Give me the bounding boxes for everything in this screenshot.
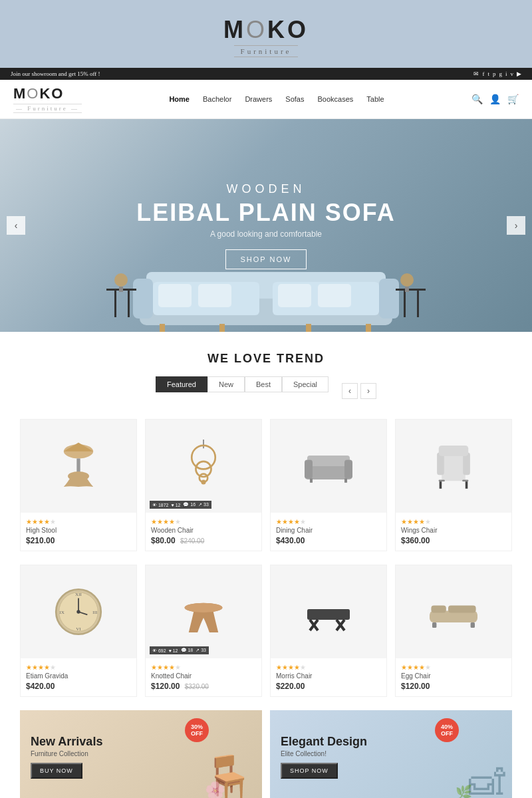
promo-subtitle: Furniture Collection — [31, 750, 102, 757]
svg-rect-13 — [318, 284, 351, 307]
tab-new[interactable]: New — [207, 376, 245, 392]
tab-next-button[interactable]: › — [360, 383, 376, 399]
svg-rect-45 — [440, 481, 442, 489]
svg-text:VI: VI — [76, 626, 81, 632]
product-price: $220.00 — [276, 682, 381, 691]
nav-table[interactable]: Table — [366, 95, 384, 103]
svg-rect-66 — [432, 622, 436, 628]
hero-cta-button[interactable]: SHOP NOW — [225, 249, 307, 269]
svg-rect-4 — [133, 279, 153, 319]
product-image-etiam: XII III VI IX — [21, 565, 136, 658]
product-image-dining-chair — [271, 420, 386, 513]
product-rating: ★★★★★ — [276, 664, 381, 671]
product-card-dining-chair[interactable]: ★★★★★ Dining Chair $430.00 — [270, 419, 387, 551]
brand-logo: MOKO — [0, 16, 532, 44]
promo-sofa-decoration: 🛋 — [469, 761, 505, 798]
social-icons: ✉ f t p g i v ▶ — [473, 70, 521, 77]
svg-rect-10 — [158, 284, 192, 307]
facebook-icon[interactable]: f — [482, 70, 484, 77]
logo-title: MOKO — [13, 85, 82, 102]
svg-rect-43 — [439, 479, 445, 481]
product-name: Knotted Chair — [151, 672, 256, 680]
account-icon[interactable]: 👤 — [489, 94, 501, 105]
tabs-container: Featured New Best Special ‹ › — [20, 376, 512, 406]
tab-special[interactable]: Special — [282, 376, 329, 392]
header: MOKO — Furniture — Home Bachelor Drawers… — [0, 80, 532, 119]
clock-svg: XII III VI IX — [52, 585, 105, 638]
trend-section: WE LOVE TREND Featured New Best Special … — [0, 332, 532, 798]
promo-text-elegant: Elegant Design Elite Collection! SHOP NO… — [281, 735, 367, 779]
svg-point-20 — [114, 273, 128, 287]
nav-drawers[interactable]: Drawers — [245, 95, 272, 103]
svg-rect-65 — [448, 605, 476, 612]
product-tabs: Featured New Best Special — [156, 376, 329, 392]
product-card-high-stool[interactable]: ★★★★★ High Stool $210.00 — [20, 419, 137, 551]
product-image-knotted: 👁 692 ♥ 12 💬 18 ↗ 33 — [146, 565, 261, 658]
site-logo-header: MOKO Furniture — [0, 0, 532, 68]
nav-bookcases[interactable]: Bookcases — [317, 95, 353, 103]
product-card-wings-chair[interactable]: ★★★★★ Wings Chair $360.00 — [395, 419, 512, 551]
email-icon[interactable]: ✉ — [473, 70, 479, 77]
tab-best[interactable]: Best — [245, 376, 282, 392]
product-rating: ★★★★★ — [26, 518, 131, 525]
promo-cta-button[interactable]: SHOP NOW — [281, 763, 338, 779]
lamp-svg — [52, 440, 105, 493]
product-image-wings-chair — [396, 420, 511, 513]
svg-rect-42 — [439, 446, 468, 456]
instagram-icon[interactable]: i — [505, 70, 507, 77]
twitter-icon[interactable]: t — [487, 70, 489, 77]
cart-icon[interactable]: 🛒 — [507, 94, 519, 105]
svg-rect-58 — [307, 609, 350, 620]
svg-point-57 — [185, 603, 223, 612]
promo-subtitle: Elite Collection! — [281, 750, 367, 757]
pinterest-icon[interactable]: p — [493, 70, 496, 77]
logo-subtitle: — Furniture — — [13, 104, 82, 113]
svg-point-55 — [76, 610, 80, 613]
vimeo-icon[interactable]: v — [511, 70, 514, 77]
product-name: High Stool — [26, 527, 131, 534]
pendant-svg — [177, 440, 230, 493]
svg-rect-64 — [431, 605, 446, 612]
promo-title: Elegant Design — [281, 735, 367, 749]
svg-rect-34 — [307, 456, 350, 466]
product-rating: ★★★★★ — [151, 664, 256, 671]
svg-text:IX: IX — [59, 610, 65, 615]
trend-title: WE LOVE TREND — [20, 352, 512, 366]
hero-next-button[interactable]: › — [507, 216, 525, 235]
svg-rect-38 — [344, 478, 347, 482]
current-price: $80.00 — [151, 536, 176, 545]
svg-rect-8 — [306, 324, 311, 332]
promo-cta-button[interactable]: BUY NOW — [31, 763, 82, 779]
product-card-egg[interactable]: ★★★★★ Egg Chair $120.00 — [395, 565, 512, 697]
nav-sofas[interactable]: Sofas — [285, 95, 304, 103]
current-price: $120.00 — [151, 682, 180, 691]
gplus-icon[interactable]: g — [499, 70, 502, 77]
product-info-dining-chair: ★★★★★ Dining Chair $430.00 — [271, 513, 386, 551]
product-rating: ★★★★★ — [401, 518, 506, 525]
badge-comments: 💬 16 — [183, 502, 196, 507]
rss-icon[interactable]: ▶ — [517, 70, 521, 77]
badge-likes: ♥ 12 — [169, 648, 178, 653]
svg-rect-5 — [379, 279, 399, 319]
nav-home[interactable]: Home — [169, 95, 190, 103]
product-card-wooden-chair[interactable]: 👁 1872 ♥ 12 💬 16 ↗ 33 ★★★★★ Wooden Chair… — [145, 419, 262, 551]
brand-o: O — [246, 16, 267, 43]
product-card-morris[interactable]: ★★★★★ Morris Chair $220.00 — [270, 565, 387, 697]
svg-rect-46 — [466, 481, 468, 489]
product-info-high-stool: ★★★★★ High Stool $210.00 — [21, 513, 136, 551]
product-card-knotted[interactable]: 👁 692 ♥ 12 💬 18 ↗ 33 ★★★★★ Knotted Chair… — [145, 565, 262, 697]
search-icon[interactable]: 🔍 — [471, 94, 483, 105]
nav-bachelor[interactable]: Bachelor — [203, 95, 231, 103]
logo: MOKO — Furniture — — [13, 85, 82, 113]
product-card-etiam[interactable]: XII III VI IX ★★★★★ Etiam Gravida $420.0… — [20, 565, 137, 697]
hero-eyebrow: WOODEN — [136, 182, 395, 196]
product-grid-row1: ★★★★★ High Stool $210.00 👁 18 — [20, 419, 512, 551]
svg-rect-37 — [310, 478, 313, 482]
tab-featured[interactable]: Featured — [156, 376, 207, 392]
product-image-egg — [396, 565, 511, 658]
tab-prev-button[interactable]: ‹ — [342, 383, 358, 399]
product-name: Etiam Gravida — [26, 672, 131, 680]
hero-prev-button[interactable]: ‹ — [7, 216, 25, 235]
cushionbench-svg — [427, 585, 480, 638]
product-name: Morris Chair — [276, 672, 381, 680]
